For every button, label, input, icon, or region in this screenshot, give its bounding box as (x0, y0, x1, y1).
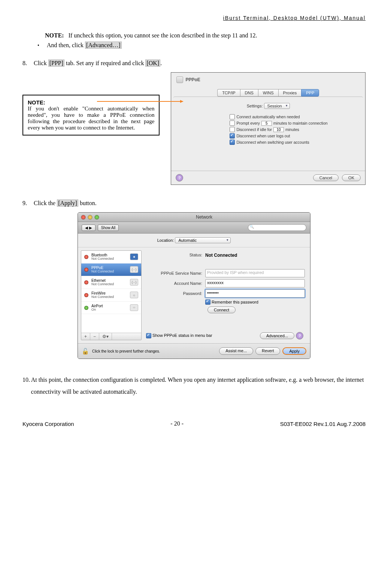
switch-checkbox[interactable] (230, 140, 235, 145)
step-10: 10. At this point, the connection config… (22, 374, 366, 398)
logout-checkbox[interactable] (230, 133, 235, 138)
apply-button-ref: [Apply] (57, 199, 78, 207)
ok-button[interactable]: OK (342, 174, 361, 181)
logout-label: Disconnect when user logs out (236, 134, 290, 138)
password-input[interactable]: •••••••• (205, 289, 305, 298)
remember-password-label: Remember this password (212, 300, 258, 304)
status-dot-icon (84, 306, 88, 310)
network-sidebar: BluetoothNot Connected⁕PPPoENot Connecte… (81, 250, 142, 340)
window-title: Network (101, 214, 307, 220)
sidebar-item-status: Not Connected (91, 270, 127, 274)
status-label: Status: (146, 253, 205, 258)
search-input[interactable] (248, 224, 306, 231)
location-label: Location: (157, 238, 174, 243)
location-select[interactable]: Automatic (175, 237, 231, 243)
inline-note: NOTE: If uncheck this option, you cannot… (45, 32, 366, 39)
sidebar-item-status: Not Connected (91, 283, 127, 286)
step-8: 8. Click [PPP] tab. Set any if required … (22, 60, 366, 67)
password-label: Password: (146, 291, 205, 296)
note-box: NOTE: If you don't enable "Connect autom… (22, 95, 160, 135)
prompt-minutes-input[interactable] (261, 121, 272, 126)
idle-pre: Disconnect if idle for (236, 127, 272, 132)
sidebar-item-bluetooth[interactable]: BluetoothNot Connected⁕ (81, 251, 141, 263)
prompt-suf: minutes to maintain connection (273, 121, 328, 125)
sidebar-item-airport[interactable]: AirPortOn⌔ (81, 302, 141, 314)
note-label: NOTE: (45, 32, 64, 39)
zoom-icon[interactable] (94, 215, 99, 220)
sidebar-item-type-icon: ⟨··⟩ (130, 279, 138, 286)
sidebar-item-ethernet[interactable]: EthernetNot Connected⟨··⟩ (81, 276, 141, 289)
note-text: If uncheck this option, you cannot see t… (69, 32, 257, 39)
idle-checkbox[interactable] (230, 127, 235, 132)
nav-back-forward[interactable]: ◀ ▶ (82, 225, 96, 231)
status-dot-icon (84, 293, 88, 297)
show-all-button[interactable]: Show All (98, 225, 119, 231)
step-10-text: At this point, the connection configurat… (31, 374, 366, 398)
sidebar-item-type-icon: ⟐ (130, 292, 138, 298)
settings-select[interactable]: Session (264, 103, 290, 109)
step-9: 9. Click the [Apply] button. (22, 200, 366, 207)
cancel-button[interactable]: Cancel (313, 174, 339, 181)
pppoe-icon (176, 76, 183, 83)
step-8-num: 8. (22, 60, 34, 67)
settings-label: Settings: (247, 104, 263, 108)
show-status-checkbox[interactable] (146, 333, 151, 338)
idle-minutes-input[interactable] (273, 127, 284, 132)
advanced-button[interactable]: Advanced... (260, 332, 294, 339)
help-icon[interactable]: ? (176, 174, 183, 182)
status-dot-icon (84, 268, 88, 272)
footer-company: Kyocera Corporation (22, 421, 74, 427)
show-status-label: Show PPPoE status in menu bar (152, 333, 212, 338)
status-value: Not Connected (205, 253, 237, 258)
step-9-suf: button. (78, 200, 97, 206)
gear-menu-button[interactable]: ⚙︎▾ (99, 333, 112, 340)
account-name-label: Account Name: (146, 281, 205, 286)
prompt-checkbox[interactable] (230, 121, 235, 126)
status-dot-icon (84, 255, 88, 259)
close-icon[interactable] (81, 215, 86, 220)
tab-dns[interactable]: DNS (240, 89, 258, 97)
step-9-num: 9. (22, 200, 34, 207)
sidebar-item-type-icon: ⁕ (130, 253, 138, 260)
lock-text: Click the lock to prevent further change… (92, 349, 160, 353)
callout-arrow-icon (97, 98, 187, 105)
bullet-prefix: And then, click (47, 42, 85, 48)
account-name-input[interactable]: xxxxxxxx (205, 279, 305, 287)
sidebar-item-name: AirPort (91, 304, 127, 308)
tab-wins[interactable]: WINS (258, 89, 278, 97)
footer-revision: S03T-EE002 Rev.1.01 Aug.7.2008 (280, 421, 366, 427)
pppoe-title: PPPoE (185, 77, 200, 82)
sidebar-item-status: On (91, 308, 127, 312)
lock-icon[interactable]: 🔓 (82, 348, 89, 355)
traffic-lights (81, 215, 99, 220)
ok-button-ref: [OK] (145, 60, 160, 67)
note-box-body: If you don't enable "Connect automatical… (28, 106, 154, 131)
tab-ppp[interactable]: PPP (301, 89, 319, 97)
idle-suf: minutes (285, 127, 299, 132)
sidebar-item-status: Not Connected (91, 295, 127, 299)
step-8-suf: . (160, 60, 162, 66)
sidebar-item-pppoe[interactable]: PPPoENot Connected⟨··⟩ (81, 263, 141, 276)
status-dot-icon (84, 280, 88, 284)
tab-proxies[interactable]: Proxies (278, 89, 301, 97)
prompt-pre: Prompt every (236, 121, 260, 125)
remove-service-button[interactable]: − (90, 333, 99, 340)
revert-button[interactable]: Revert (255, 347, 280, 355)
sidebar-item-firewire[interactable]: FireWireNot Connected⟐ (81, 289, 141, 302)
service-name-input[interactable]: Provided by ISP when required (205, 269, 305, 277)
step-8-mid: tab. Set any if required and click (64, 60, 145, 66)
help-icon-2[interactable]: ? (296, 332, 303, 339)
step-8-pre: Click (34, 60, 48, 66)
minimize-icon[interactable] (88, 215, 93, 220)
sidebar-item-status: Not Connected (91, 257, 127, 261)
add-service-button[interactable]: + (81, 333, 90, 340)
connect-auto-checkbox[interactable] (230, 114, 235, 119)
ppp-tab-ref: [PPP] (48, 60, 64, 67)
tab-tcpip[interactable]: TCP/IP (217, 89, 240, 97)
assist-me-button[interactable]: Assist me... (219, 347, 253, 355)
page-footer: Kyocera Corporation - 20 - S03T-EE002 Re… (22, 420, 366, 427)
sidebar-item-type-icon: ⟨··⟩ (130, 266, 138, 273)
remember-password-checkbox[interactable] (205, 299, 210, 305)
connect-button[interactable]: Connect (207, 307, 236, 313)
apply-button[interactable]: Apply (282, 347, 306, 355)
